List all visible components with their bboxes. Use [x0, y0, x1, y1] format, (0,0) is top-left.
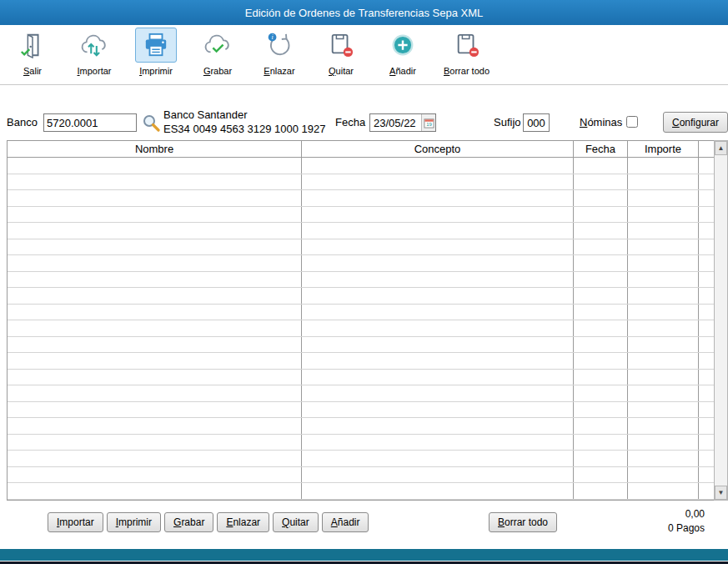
table-cell	[8, 190, 302, 206]
table-cell	[628, 174, 699, 190]
footer-borrar-todo-button[interactable]: Borrar todo	[489, 512, 557, 532]
table-row[interactable]	[8, 370, 714, 386]
table-row[interactable]	[8, 402, 714, 419]
table-cell	[699, 174, 714, 190]
link-icon: i	[259, 28, 300, 63]
table-cell	[8, 435, 302, 451]
column-header-filler	[699, 141, 714, 157]
table-cell	[699, 370, 714, 385]
table-cell	[8, 207, 302, 223]
table-row[interactable]	[8, 483, 714, 500]
table-cell	[574, 305, 628, 320]
footer-button-imprimir[interactable]: Imprimir	[107, 512, 161, 532]
configurar-button[interactable]: Configurar	[663, 112, 728, 133]
table-row[interactable]	[8, 190, 714, 207]
table-row[interactable]	[8, 451, 714, 467]
table-cell	[699, 467, 714, 483]
table-cell	[628, 207, 699, 223]
table-cell	[302, 353, 574, 369]
table-cell	[8, 255, 302, 271]
toolbar-importar-button[interactable]: Importar	[73, 28, 115, 76]
table-row[interactable]	[8, 223, 714, 239]
footer-button-importar[interactable]: Importar	[48, 512, 103, 532]
toolbar-borrar-todo-button[interactable]: Borrar todo	[444, 28, 490, 76]
table-cell	[628, 385, 699, 401]
table-row[interactable]	[8, 435, 714, 451]
table-cell	[302, 385, 574, 401]
toolbar-grabar-button[interactable]: Grabar	[197, 28, 238, 76]
footer-button-añadir[interactable]: Añadir	[322, 512, 369, 532]
table-cell	[574, 337, 628, 353]
column-header-nombre: Nombre	[8, 141, 302, 157]
toolbar-imprimir-label: Imprimir	[139, 66, 173, 76]
add-circle-icon	[382, 28, 424, 63]
table-row[interactable]	[8, 320, 714, 337]
table-cell	[699, 320, 714, 336]
toolbar-importar-label: Importar	[78, 66, 112, 76]
table-cell	[699, 239, 714, 255]
table-row[interactable]	[8, 418, 714, 435]
table-cell	[302, 451, 574, 466]
bottom-status-bar	[0, 549, 728, 561]
table-cell	[574, 370, 628, 385]
table-cell	[8, 223, 302, 239]
table-cell	[8, 451, 302, 466]
table-cell	[8, 288, 302, 304]
table-row[interactable]	[8, 305, 714, 321]
scroll-up-button[interactable]: ▲	[715, 141, 727, 155]
toolbar-salir-button[interactable]: Salir	[12, 28, 53, 76]
table-row[interactable]	[8, 207, 714, 224]
vertical-scrollbar[interactable]: ▲ ▼	[714, 140, 728, 501]
toolbar-anadir-button[interactable]: Añadir	[382, 28, 424, 76]
table-cell	[302, 305, 574, 320]
footer-button-enlazar[interactable]: Enlazar	[217, 512, 269, 532]
column-header-importe: Importe	[628, 141, 699, 157]
toolbar-borrar-todo-label: Borrar todo	[444, 66, 490, 76]
toolbar-quitar-button[interactable]: Quitar	[320, 28, 362, 76]
table-cell	[574, 467, 628, 483]
banco-input[interactable]	[43, 113, 137, 132]
title-bar[interactable]: Edición de Ordenes de Transferencias Sep…	[0, 0, 728, 25]
table-row[interactable]	[8, 158, 714, 174]
table-cell	[628, 483, 699, 499]
toolbar-quitar-label: Quitar	[329, 66, 354, 76]
table-grid: Nombre Concepto Fecha Importe	[7, 140, 714, 501]
table-cell	[699, 255, 714, 271]
bank-search-button[interactable]	[142, 113, 162, 133]
toolbar-enlazar-button[interactable]: i Enlazar	[259, 28, 300, 76]
table-cell	[8, 337, 302, 353]
table-cell	[699, 158, 714, 174]
fecha-field[interactable]: 23/05/22 19	[369, 113, 436, 132]
table-cell	[699, 223, 714, 239]
table-cell	[574, 418, 628, 434]
nominas-checkbox[interactable]	[626, 116, 638, 128]
footer-button-quitar[interactable]: Quitar	[273, 512, 319, 532]
table-row[interactable]	[8, 239, 714, 256]
table-cell	[628, 467, 699, 483]
scroll-down-button[interactable]: ▼	[715, 486, 727, 500]
table-row[interactable]	[8, 385, 714, 402]
table-row[interactable]	[8, 174, 714, 191]
table-cell	[8, 385, 302, 401]
svg-text:19: 19	[426, 122, 432, 127]
toolbar-grabar-label: Grabar	[203, 66, 232, 76]
table-cell	[302, 418, 574, 434]
table-cell	[302, 158, 574, 174]
table-header: Nombre Concepto Fecha Importe	[8, 141, 714, 158]
table-cell	[628, 239, 699, 255]
table-row[interactable]	[8, 272, 714, 289]
table-row[interactable]	[8, 467, 714, 484]
table-row[interactable]	[8, 353, 714, 370]
cloud-import-icon	[73, 28, 115, 63]
table-cell	[699, 435, 714, 451]
table-cell	[628, 451, 699, 466]
sufijo-input[interactable]	[523, 113, 550, 132]
calendar-button[interactable]: 19	[421, 114, 435, 131]
table-cell	[302, 467, 574, 483]
table-row[interactable]	[8, 288, 714, 305]
toolbar-imprimir-button[interactable]: Imprimir	[135, 28, 177, 76]
table-row[interactable]	[8, 337, 714, 354]
footer-button-grabar[interactable]: Grabar	[164, 512, 213, 532]
table-cell	[302, 370, 574, 385]
table-row[interactable]	[8, 255, 714, 272]
